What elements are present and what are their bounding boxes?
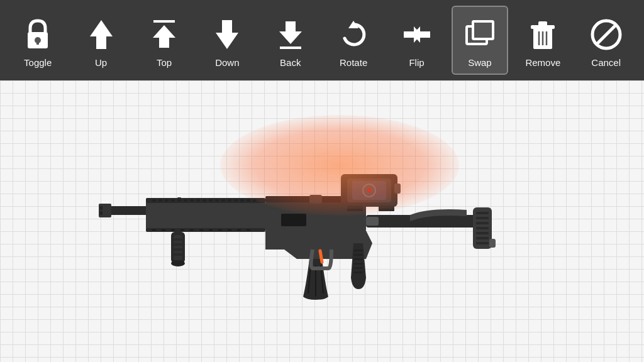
rotate-label: Rotate [340, 57, 367, 68]
toolbar-rotate-button[interactable]: Rotate [325, 6, 382, 75]
svg-rect-67 [309, 195, 322, 204]
svg-marker-6 [279, 21, 302, 44]
svg-marker-5 [216, 20, 238, 49]
svg-rect-54 [218, 229, 222, 231]
svg-rect-61 [174, 243, 182, 246]
svg-rect-50 [180, 229, 184, 231]
toolbar-swap-button[interactable]: Swap [452, 6, 508, 75]
toggle-label: Toggle [24, 57, 52, 68]
lock-icon [24, 16, 52, 53]
svg-rect-23 [100, 206, 103, 210]
svg-rect-30 [158, 199, 162, 202]
svg-rect-98 [366, 217, 379, 226]
svg-rect-55 [228, 229, 231, 231]
svg-line-20 [597, 25, 616, 44]
svg-rect-85 [353, 263, 363, 265]
svg-rect-83 [353, 254, 363, 256]
svg-rect-68 [281, 214, 306, 226]
svg-rect-24 [100, 211, 103, 215]
svg-rect-52 [199, 229, 203, 231]
svg-rect-27 [146, 200, 265, 231]
toolbar-top-button[interactable]: Top [136, 6, 192, 75]
svg-rect-31 [165, 199, 169, 202]
back-label: Back [280, 57, 301, 68]
toolbar-down-button[interactable]: Down [199, 6, 255, 75]
svg-rect-82 [353, 250, 363, 251]
svg-rect-29 [152, 199, 156, 202]
svg-rect-96 [476, 242, 489, 244]
toolbar-cancel-button[interactable]: Cancel [578, 6, 635, 75]
arrow-top-icon [152, 16, 177, 53]
toolbar-remove-button[interactable]: Remove [514, 6, 571, 75]
toolbar-up-button[interactable]: Up [73, 6, 130, 75]
svg-rect-77 [379, 209, 394, 211]
toolbar: Toggle Up Top Down [0, 0, 644, 80]
svg-rect-47 [152, 229, 156, 231]
svg-rect-57 [247, 229, 250, 231]
toolbar-flip-button[interactable]: Flip [389, 6, 445, 75]
toolbar-back-button[interactable]: Back [262, 6, 319, 75]
cancel-label: Cancel [591, 57, 621, 68]
gun-illustration [64, 133, 580, 309]
flip-icon [401, 16, 433, 53]
swap-icon [464, 16, 496, 53]
svg-rect-15 [538, 21, 547, 26]
cancel-icon [591, 16, 622, 53]
svg-rect-48 [162, 229, 165, 231]
svg-rect-53 [209, 229, 213, 231]
svg-rect-63 [174, 253, 182, 256]
svg-rect-45 [253, 199, 257, 202]
arrow-up-icon [89, 16, 114, 53]
svg-rect-33 [177, 199, 181, 202]
remove-label: Remove [525, 57, 560, 68]
svg-rect-37 [203, 199, 206, 202]
svg-rect-39 [215, 199, 219, 202]
svg-rect-42 [234, 199, 238, 202]
up-label: Up [95, 57, 107, 68]
svg-rect-76 [347, 209, 363, 211]
svg-rect-44 [247, 199, 250, 202]
svg-rect-34 [184, 199, 187, 202]
svg-rect-87 [353, 272, 363, 273]
svg-rect-32 [171, 199, 175, 202]
svg-rect-43 [240, 199, 244, 202]
svg-marker-4 [153, 25, 175, 48]
swap-label: Swap [468, 57, 492, 68]
svg-rect-62 [174, 248, 182, 251]
svg-rect-41 [228, 199, 231, 202]
svg-rect-22 [99, 204, 111, 217]
svg-rect-36 [196, 199, 200, 202]
svg-rect-90 [476, 212, 489, 214]
remove-icon [530, 16, 556, 53]
arrow-down-icon [214, 16, 240, 53]
down-label: Down [215, 57, 239, 68]
flip-label: Flip [409, 57, 424, 68]
svg-rect-56 [237, 229, 241, 231]
svg-rect-93 [476, 227, 489, 229]
top-label: Top [157, 57, 172, 68]
svg-rect-84 [353, 258, 363, 260]
svg-point-73 [367, 189, 371, 192]
svg-rect-86 [353, 267, 363, 269]
svg-rect-40 [221, 199, 225, 202]
svg-rect-60 [174, 238, 182, 241]
svg-rect-49 [171, 229, 175, 231]
svg-rect-92 [476, 222, 489, 224]
svg-rect-97 [489, 239, 496, 248]
svg-point-64 [171, 260, 185, 266]
svg-rect-35 [190, 199, 194, 202]
arrow-back-icon [278, 16, 303, 53]
svg-rect-95 [476, 237, 489, 239]
svg-rect-94 [476, 232, 489, 234]
canvas-area[interactable] [0, 80, 644, 362]
rotate-icon [338, 16, 369, 53]
svg-rect-91 [476, 217, 489, 219]
svg-rect-78 [394, 184, 401, 194]
svg-rect-51 [190, 229, 194, 231]
svg-rect-38 [209, 199, 213, 202]
svg-marker-3 [90, 20, 113, 49]
toolbar-toggle-button[interactable]: Toggle [9, 6, 66, 75]
svg-rect-11 [473, 21, 493, 39]
svg-rect-2 [36, 40, 39, 45]
